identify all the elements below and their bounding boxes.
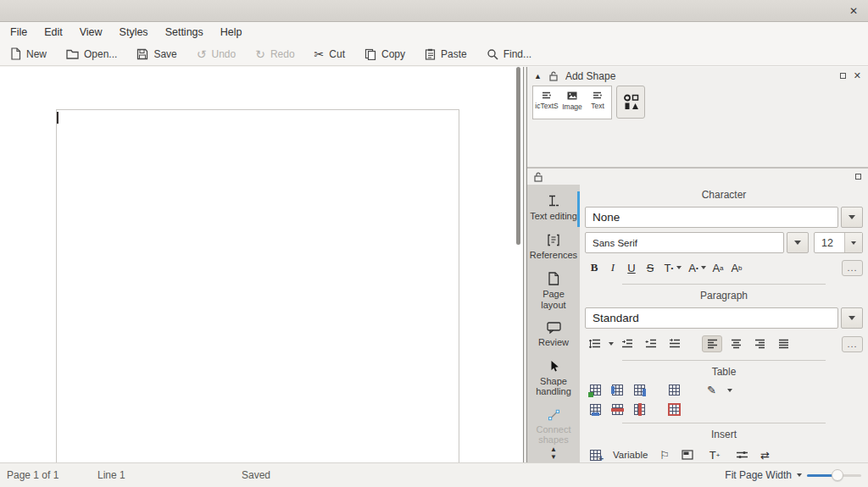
highlight-dropdown-icon[interactable] xyxy=(701,266,706,272)
lock-icon[interactable] xyxy=(534,172,542,182)
basic-shapes-button[interactable] xyxy=(616,86,645,119)
tab-connect-shapes[interactable]: Connect shapes xyxy=(527,406,580,451)
tab-review[interactable]: Review xyxy=(527,318,580,353)
dynamic-text-shape-button[interactable]: icTextS xyxy=(534,88,559,117)
table-style-pencil-icon[interactable]: ✎ xyxy=(707,384,716,396)
align-right-button[interactable] xyxy=(749,335,770,352)
cross-reference-icon[interactable]: ⇄ xyxy=(760,449,770,462)
text-shape-button[interactable]: Text xyxy=(585,88,610,117)
paragraph-more-button[interactable]: ... xyxy=(842,336,863,352)
subscript-button[interactable]: Ab xyxy=(727,259,746,276)
zoom-slider-thumb[interactable] xyxy=(832,469,843,481)
open-button[interactable]: Open... xyxy=(59,46,124,63)
window-close-button[interactable]: ✕ xyxy=(846,3,861,19)
font-size-select[interactable]: 12 xyxy=(814,232,863,253)
horizontal-rule-icon[interactable] xyxy=(736,450,748,460)
bold-button[interactable]: B xyxy=(585,259,604,276)
titlebar: ✕ xyxy=(0,0,868,22)
strikethrough-button[interactable]: S xyxy=(641,259,659,276)
menu-styles[interactable]: Styles xyxy=(111,24,157,41)
zoom-slider[interactable] xyxy=(807,474,861,477)
add-shape-panel: ▲ Add Shape ✕ icTextS xyxy=(527,67,868,168)
image-shape-button[interactable]: Image xyxy=(559,88,585,117)
text-color-button[interactable]: T• xyxy=(659,259,678,276)
paragraph-style-select[interactable]: Standard xyxy=(585,307,838,329)
insert-row-icon[interactable] xyxy=(590,385,601,396)
split-cells-icon[interactable] xyxy=(590,404,601,415)
text-color-dropdown-icon[interactable] xyxy=(676,266,682,272)
document-scrollbar[interactable] xyxy=(516,67,521,462)
align-justify-button[interactable] xyxy=(773,335,793,352)
insert-variable-button[interactable]: Variable xyxy=(613,450,648,460)
menu-edit[interactable]: Edit xyxy=(36,24,71,41)
open-folder-icon xyxy=(66,48,79,59)
document-area[interactable] xyxy=(0,67,523,462)
font-name-select[interactable]: Sans Serif xyxy=(585,232,784,253)
align-left-icon xyxy=(707,339,718,349)
tab-page-layout[interactable]: Page layout xyxy=(527,268,580,315)
scrollbar-thumb[interactable] xyxy=(516,67,520,245)
character-more-button[interactable]: ... xyxy=(842,260,863,276)
delete-row-icon[interactable] xyxy=(612,404,623,415)
highlight-color-button[interactable]: A• xyxy=(684,259,703,276)
text-frame-icon[interactable] xyxy=(682,450,693,460)
cut-scissors-icon: ✂ xyxy=(314,48,325,60)
increase-indent-button[interactable] xyxy=(617,335,637,352)
cut-button[interactable]: ✂ Cut xyxy=(308,46,352,63)
underline-button[interactable]: U xyxy=(622,259,641,276)
undo-button[interactable]: ↺ Undo xyxy=(190,46,242,63)
paste-button[interactable]: Paste xyxy=(418,46,474,63)
copy-button[interactable]: Copy xyxy=(358,46,412,63)
line-spacing-dropdown-icon[interactable] xyxy=(609,342,614,348)
menu-view[interactable]: View xyxy=(71,24,111,41)
insert-column-left-icon[interactable] xyxy=(612,385,623,396)
italic-button[interactable]: I xyxy=(604,259,622,276)
save-status: Saved xyxy=(242,469,270,481)
delete-column-icon[interactable] xyxy=(634,404,645,415)
align-left-button[interactable] xyxy=(702,335,722,352)
menu-settings[interactable]: Settings xyxy=(157,24,212,41)
font-name-dropdown-button[interactable] xyxy=(787,232,809,253)
tab-references[interactable]: References xyxy=(527,230,580,266)
find-button[interactable]: Find... xyxy=(480,46,538,63)
lock-icon[interactable] xyxy=(549,71,558,81)
insert-column-right-icon[interactable] xyxy=(634,385,645,396)
align-center-button[interactable] xyxy=(726,335,746,352)
scroll-down-icon[interactable]: ▼ xyxy=(550,453,557,461)
insert-table-icon[interactable] xyxy=(590,450,601,461)
character-style-dropdown-button[interactable] xyxy=(841,207,863,228)
close-panel-icon[interactable]: ✕ xyxy=(854,70,861,81)
font-size-dropdown-button[interactable] xyxy=(844,233,862,252)
basic-shapes-icon xyxy=(623,94,639,110)
menu-file[interactable]: File xyxy=(2,24,36,41)
superscript-button[interactable]: Aa xyxy=(709,259,727,276)
table-section-label: Table xyxy=(583,366,865,378)
tab-shape-handling[interactable]: Shape handling xyxy=(527,357,580,402)
delete-table-icon[interactable] xyxy=(669,404,680,415)
decrease-indent-icon xyxy=(645,339,657,349)
decrease-indent-button[interactable] xyxy=(641,335,661,352)
save-button[interactable]: Save xyxy=(130,46,183,63)
float-panel-icon[interactable] xyxy=(840,73,846,79)
paragraph-style-dropdown-button[interactable] xyxy=(841,307,863,329)
bookmark-flag-icon[interactable]: ⚐ xyxy=(659,449,670,462)
new-button[interactable]: New xyxy=(3,45,53,63)
sidebar-tabstrip: Text editing References Page layout xyxy=(527,185,580,462)
document-page[interactable] xyxy=(56,109,459,462)
line-spacing-button[interactable] xyxy=(585,335,605,352)
menu-help[interactable]: Help xyxy=(212,24,251,41)
zoom-control: Fit Page Width xyxy=(725,463,861,487)
copy-icon xyxy=(364,48,376,60)
table-style-dropdown-icon[interactable] xyxy=(727,389,732,395)
zoom-mode-select[interactable]: Fit Page Width xyxy=(725,469,792,481)
shape-type-group: icTextS Image Text xyxy=(532,86,612,119)
table-borders-icon[interactable] xyxy=(669,385,680,396)
float-panel-icon[interactable] xyxy=(855,174,861,180)
tab-text-editing[interactable]: Text editing xyxy=(527,191,580,227)
zoom-mode-dropdown-icon[interactable] xyxy=(797,473,802,479)
collapse-icon[interactable]: ▲ xyxy=(534,72,542,80)
character-style-select[interactable]: None xyxy=(585,207,838,228)
first-line-indent-button[interactable] xyxy=(665,335,685,352)
redo-button[interactable]: ↻ Redo xyxy=(248,46,301,63)
text-field-button[interactable]: T+ xyxy=(705,446,724,462)
